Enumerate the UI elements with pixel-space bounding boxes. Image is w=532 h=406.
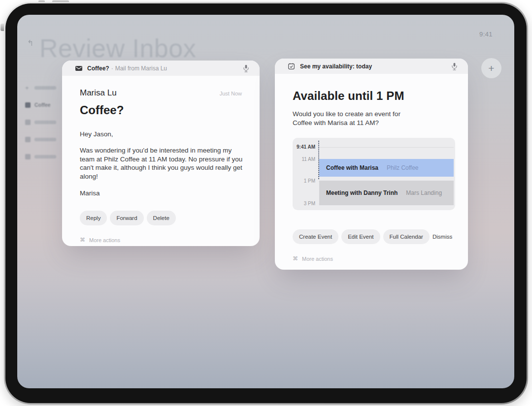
more-actions-label: More actions [302,256,333,262]
timestamp: Just Now [220,91,242,96]
microphone-icon[interactable] [243,64,249,72]
mail-thumb-icon [25,102,31,108]
plus-icon: + [488,62,494,74]
calendar-card-body: Available until 1 PM Would you like to c… [275,89,468,262]
availability-question: Would you like to create an event for Co… [293,110,450,127]
ipad-device: ↰ Review Inbox + Coffee [0,0,532,406]
sender-name: Marisa Lu [80,88,117,98]
delete-button[interactable]: Delete [147,211,176,225]
full-calendar-button[interactable]: Full Calendar [383,229,430,244]
back-arrow-icon: ↰ [27,38,33,48]
time-label-now: 9:41 AM [286,144,315,150]
more-actions[interactable]: ⌘ More actions [80,237,242,243]
more-actions-label: More actions [89,237,120,243]
mail-body-text: Was wondering if you'd be interested in … [80,146,245,181]
event-title: Coffee with Marisa [326,164,378,171]
dismiss-button[interactable]: Dismiss [432,234,452,240]
microphone-icon[interactable] [452,62,457,70]
event-location: Philz Coffee [387,164,418,171]
day-schedule: 9:41 AM 11 AM 1 PM 3 PM Coffee with Mari… [293,138,455,210]
sidebar-row: + [25,83,64,93]
calendar-card-header: See my availability: today [275,59,468,74]
add-button[interactable]: + [481,58,501,78]
app-icon [25,120,31,125]
event-location: Mars Landing [406,189,442,196]
mail-header-subtitle: Mail from Marisa Lu [115,65,167,72]
screen: ↰ Review Inbox + Coffee [17,15,514,388]
sidebar-row-text-blur [34,121,56,124]
sidebar-row-text-blur [34,138,56,141]
sidebar-row-coffee: Coffee [25,100,64,110]
sidebar-row-text-blur [34,155,56,158]
header-separator: · [111,65,113,72]
background-page-title: Review Inbox [39,33,196,63]
mail-card-body: Marisa Lu Just Now Coffee? Hey Jason, Wa… [62,88,260,243]
availability-title: Available until 1 PM [293,89,450,103]
question-line-2: Coffee with Marisa at 11 AM? [293,119,379,126]
mail-header-title: Coffee? [87,65,109,72]
background-sidebar: + Coffee [25,83,64,161]
side-button [0,24,4,31]
event-meeting-danny-trinh[interactable]: Meeting with Danny Trinh Mars Landing [319,181,454,205]
clock: 9:41 [479,31,493,38]
calendar-check-icon [288,63,295,69]
forward-button[interactable]: Forward [110,211,143,225]
sidebar-row [25,152,64,161]
time-label: 3 PM [286,201,315,206]
mail-actions: Reply Forward Delete [80,211,242,225]
command-icon: ⌘ [293,255,298,262]
calendar-header-title: See my availability: today [300,63,372,70]
mail-signature: Marisa [80,189,242,197]
gridline [319,147,454,148]
time-label: 1 PM [286,178,315,184]
edit-event-button[interactable]: Edit Event [341,229,380,244]
mail-subject: Coffee? [80,103,242,117]
time-label: 11 AM [286,156,315,162]
mail-card-header: Coffee? · Mail from Marisa Lu [62,61,260,76]
event-title: Meeting with Danny Trinh [326,189,398,196]
reply-button[interactable]: Reply [80,211,107,225]
calendar-actions: Create Event Edit Event Full Calendar Di… [293,229,450,244]
mail-card: Coffee? · Mail from Marisa Lu Marisa Lu … [62,61,260,246]
more-actions[interactable]: ⌘ More actions [293,255,450,262]
calendar-card: See my availability: today Available unt… [275,59,468,270]
create-event-button[interactable]: Create Event [293,229,338,244]
sidebar-row [25,117,64,127]
plus-icon: + [25,85,31,91]
event-coffee-with-marisa[interactable]: Coffee with Marisa Philz Coffee [319,159,454,177]
mail-greeting: Hey Jason, [80,130,242,138]
sidebar-row [25,134,64,144]
envelope-icon [75,66,82,71]
question-line-1: Would you like to create an event for [293,110,400,118]
command-icon: ⌘ [80,237,85,243]
sidebar-row-label: Coffee [34,102,51,108]
app-icon [25,154,31,159]
app-icon [25,137,31,142]
sidebar-row-text-blur [34,86,56,90]
